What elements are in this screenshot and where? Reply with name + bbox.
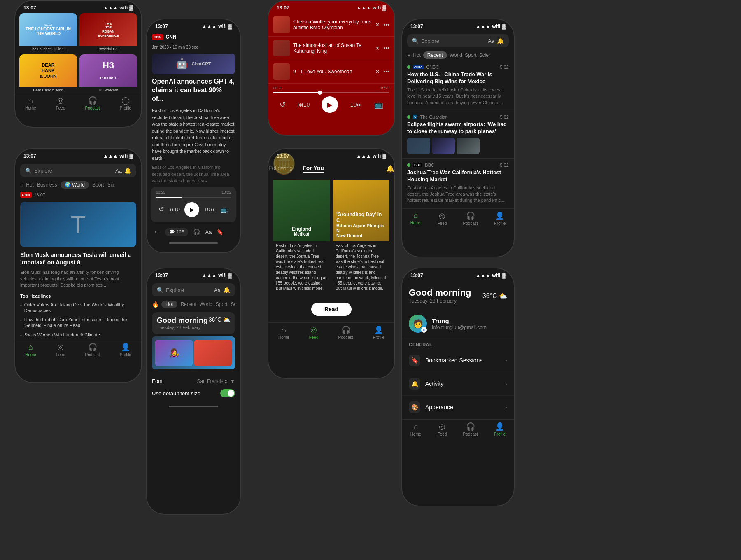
headline-item-1[interactable]: • Older Voters Are Taking Over the World… [15, 300, 141, 315]
toggle-switch[interactable] [220, 389, 235, 397]
font-icon-5[interactable]: Aa [214, 287, 221, 293]
bell-icon-6[interactable]: 🔔 [386, 165, 394, 173]
nav-podcast-1[interactable]: 🎧 Podcast [85, 96, 100, 110]
filter-menu-icon-7[interactable]: ≡ [407, 52, 410, 58]
read-button[interactable]: Read [311, 303, 352, 316]
search-bar-7[interactable]: 🔍 Explore Aa 🔔 [407, 34, 509, 47]
bookmark-icon[interactable]: 🔖 [217, 229, 224, 235]
nav-podcast-4[interactable]: 🎧 Podcast [85, 343, 100, 357]
nav-home-4[interactable]: ⌂ Home [25, 343, 36, 357]
headline-item-2[interactable]: • How the End of 'Curb Your Enthusiasm' … [15, 315, 141, 330]
nav-home-7[interactable]: ⌂ Home [410, 211, 422, 225]
nav-profile-1[interactable]: ◯ Profile [120, 96, 131, 110]
podcast-card-2[interactable]: THEJOEROGANEXPERIENCE PowerfulJRE [79, 13, 137, 52]
audio-progress[interactable] [156, 197, 231, 198]
music-cast-icon[interactable]: 📺 [374, 100, 383, 109]
nav-home-6[interactable]: ⌂ Home [278, 326, 289, 340]
bell-icon-5[interactable]: 🔔 [223, 287, 230, 293]
bitcoin-card-img: 'Groundhog Day' in C Bitcoin Again Plung… [333, 180, 389, 241]
headline-item-3[interactable]: • Swiss Women Win Landmark Climate [15, 330, 141, 340]
filter-sci-4[interactable]: Sci [107, 181, 114, 189]
close-icon-2[interactable]: ✕ [375, 45, 380, 51]
nav-podcast-7[interactable]: 🎧 Podcast [463, 211, 478, 226]
fwd10-icon[interactable]: 10⏭ [204, 206, 215, 212]
filter-hot-4[interactable]: Hot [26, 181, 34, 189]
comment-button[interactable]: 💬 125 [165, 228, 188, 236]
article-bbc[interactable]: BBC BBC 5:02 Joshua Tree Was California'… [402, 159, 514, 208]
nav-podcast-6[interactable]: 🎧 Podcast [338, 325, 353, 340]
track-title-1: Chelsea Wolfe, your everyday trans autis… [293, 19, 372, 30]
filter-business-4[interactable]: Business [37, 181, 57, 189]
nav-profile-7[interactable]: 👤 Profile [494, 211, 506, 226]
back-arrow[interactable]: ← [154, 228, 160, 236]
comment-icon: 💬 [169, 229, 175, 235]
podcast-card-4[interactable]: H3PODCAST H3 Podcast [79, 54, 137, 93]
play-button[interactable]: ▶ [184, 202, 199, 217]
nav-home-8[interactable]: ⌂ Home [410, 422, 422, 436]
nav-profile-8[interactable]: 👤 Profile [494, 422, 506, 436]
nav-feed-8[interactable]: ◎ Feed [438, 422, 447, 436]
feed-card-bitcoin[interactable]: 'Groundhog Day' in C Bitcoin Again Plung… [333, 180, 389, 293]
music-fwd10-icon[interactable]: 10⏭ [350, 101, 363, 108]
nav-feed-1[interactable]: ◎ Feed [56, 96, 65, 110]
settings-appearance[interactable]: 🎨 Apperance › [402, 396, 514, 419]
filter-icon-5[interactable]: 🔥 [152, 301, 159, 308]
search-bar-5[interactable]: 🔍 Explore Aa 🔔 [152, 283, 235, 296]
headphone-icon[interactable]: 🎧 [193, 229, 200, 235]
filter-scier-7[interactable]: Scier [479, 51, 490, 59]
feed-card-england[interactable]: England Medicat East of Los Angeles in C… [273, 180, 330, 293]
filter-sci-5[interactable]: Sci [231, 301, 235, 308]
cast-icon[interactable]: 📺 [220, 205, 228, 213]
tab-for-you[interactable]: For You [303, 165, 324, 173]
status-bar-5: 13:07 ▲▲▲ wifi ▓ [147, 268, 240, 281]
filter-hot-5[interactable]: Hot [161, 301, 177, 308]
font-icon-7[interactable]: Aa [488, 38, 494, 44]
more-icon-3[interactable]: ••• [383, 68, 389, 75]
battery-icon-3: ▓ [382, 5, 386, 11]
track-item-2[interactable]: The almost-lost art of Susan Te Kahurang… [268, 37, 394, 60]
bitcoin-label: 'Groundhog Day' in C Bitcoin Again Plung… [336, 212, 386, 238]
settings-bookmarks[interactable]: 🔖 Bookmarked Sessions › [402, 349, 514, 372]
nav-podcast-8[interactable]: 🎧 Podcast [463, 422, 478, 436]
podcast-card-3[interactable]: DEARHANK& JOHN Dear Hank & John [19, 54, 77, 93]
filter-world-7[interactable]: World [450, 51, 462, 59]
podcast-card-1[interactable]: iHeart THE LOUDEST GIRL IN THE WORLD The… [19, 13, 77, 52]
filter-hot-7[interactable]: Hot [413, 51, 421, 59]
track-item-3[interactable]: 9 - 1 Love You. Sweetheart ✕ ••• [268, 60, 394, 84]
music-back10-icon[interactable]: ⏮10 [298, 101, 310, 108]
nav-feed-7[interactable]: ◎ Feed [438, 211, 447, 226]
track-item-1[interactable]: Chelsea Wolfe, your everyday trans autis… [268, 13, 394, 37]
article-guardian[interactable]: G The Guardian 5:02 Eclipse flights swar… [402, 110, 514, 159]
search-bar-4[interactable]: 🔍 Explore Aa 🔔 [20, 164, 136, 177]
music-play-button[interactable]: ▶ [322, 96, 338, 113]
gm-text: Good morning [157, 316, 208, 325]
nav-profile-6[interactable]: 👤 Profile [373, 325, 384, 340]
filter-sport-4[interactable]: Sport [92, 181, 104, 189]
article-cnbc[interactable]: CNBC CNBC 5:02 How the U.S. –China Trade… [402, 61, 514, 110]
more-icon-2[interactable]: ••• [383, 45, 389, 51]
filter-sport-5[interactable]: Sport [216, 301, 228, 308]
rewind-icon[interactable]: ↺ [158, 205, 164, 213]
close-icon-3[interactable]: ✕ [375, 68, 380, 75]
bell-icon-7[interactable]: 🔔 [497, 37, 504, 44]
tesla-logo: T [71, 210, 86, 239]
nav-profile-4[interactable]: 👤 Profile [120, 343, 131, 357]
filter-world-4[interactable]: 🌍 World [61, 181, 89, 189]
nav-home-1[interactable]: ⌂ Home [25, 96, 36, 110]
font-size-icon[interactable]: Aa [205, 229, 212, 235]
music-progress[interactable] [273, 92, 389, 93]
filter-recent-7[interactable]: Recent [423, 51, 447, 59]
settings-activity[interactable]: 🔔 Activity › [402, 372, 514, 396]
nav-feed-6[interactable]: ◎ Feed [309, 325, 319, 340]
bell-icon-4[interactable]: 🔔 [124, 167, 131, 174]
font-icon-4[interactable]: Aa [115, 168, 122, 174]
more-icon-1[interactable]: ••• [383, 21, 389, 28]
filter-recent-5[interactable]: Recent [181, 301, 196, 308]
nav-feed-4[interactable]: ◎ Feed [56, 343, 65, 357]
back10-icon[interactable]: ⏮10 [168, 206, 179, 212]
filter-world-5[interactable]: World [200, 301, 212, 308]
music-rewind-icon[interactable]: ↺ [280, 100, 286, 109]
close-icon-1[interactable]: ✕ [375, 21, 380, 28]
filter-icon-4[interactable]: ≡ [20, 182, 23, 188]
filter-sport-7[interactable]: Sport [465, 51, 477, 59]
